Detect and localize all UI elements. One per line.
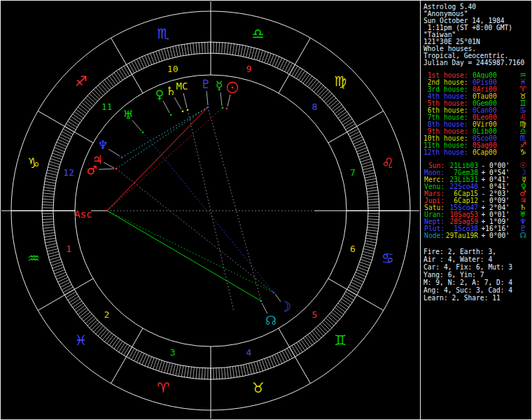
- aspect-asc-pluto: [107, 107, 208, 211]
- astrolog-screen: ♌♍♎♏♐♑♒♓♈♉♊♋789101112123456☽☿♀♂♃♄♅♆♇☊MCA…: [0, 0, 532, 420]
- degree-tick: [362, 164, 372, 167]
- aspect-asc-node: [107, 211, 261, 301]
- degree-tick: [305, 76, 312, 85]
- degree-tick: [282, 351, 287, 360]
- wheel-planet-sun-dot: [232, 87, 234, 89]
- degree-tick: [367, 230, 378, 231]
- degree-tick: [216, 368, 217, 379]
- degree-tick: [328, 316, 336, 324]
- degree-tick: [156, 51, 160, 62]
- degree-tick: [90, 94, 98, 102]
- degree-tick: [71, 299, 80, 305]
- degree-tick: [173, 46, 176, 57]
- degree-tick: [104, 80, 111, 88]
- degree-tick: [80, 310, 88, 317]
- degree-tick: [176, 365, 178, 376]
- degree-tick: [368, 222, 379, 223]
- degree-tick: [43, 196, 54, 197]
- degree-tick: [366, 238, 377, 240]
- wheel-sign-scorpio: ♏: [157, 25, 169, 42]
- degree-tick: [322, 92, 330, 99]
- degree-tick: [335, 107, 344, 114]
- degree-tick: [76, 305, 85, 312]
- degree-tick: [365, 241, 377, 243]
- wheel-dot-pluto: [207, 106, 209, 108]
- degree-tick: [205, 368, 206, 379]
- degree-tick: [50, 260, 61, 263]
- degree-tick: [367, 232, 378, 234]
- wheel-house-number-10: 10: [167, 64, 178, 74]
- degree-tick: [164, 48, 167, 59]
- degree-tick: [94, 90, 102, 98]
- degree-tick: [170, 363, 173, 374]
- totals-line-7: Learn: 2, Share: 11: [424, 294, 532, 302]
- degree-tick: [254, 362, 257, 372]
- degree-tick: [199, 368, 200, 379]
- chart-totals: Fire: 2, Earth: 3,Air : 4, Water: 4Car: …: [424, 248, 532, 302]
- degree-tick: [73, 114, 82, 120]
- degree-tick: [363, 167, 373, 170]
- degree-tick: [50, 257, 60, 260]
- degree-tick: [48, 254, 59, 257]
- degree-tick: [297, 343, 303, 352]
- degree-tick: [50, 162, 60, 165]
- degree-tick: [196, 368, 197, 379]
- degree-tick: [361, 257, 372, 260]
- degree-tick: [222, 368, 223, 379]
- pointer-mercury: [220, 92, 222, 106]
- degree-tick: [63, 129, 73, 134]
- degree-tick: [46, 246, 57, 249]
- planet-row-node: Node:29Tau19R+ 0°00'☊: [424, 232, 532, 239]
- degree-tick: [46, 176, 57, 178]
- degree-tick: [248, 363, 251, 374]
- degree-tick: [330, 314, 338, 321]
- degree-tick: [235, 44, 237, 55]
- degree-tick: [324, 94, 332, 102]
- degree-tick: [45, 181, 56, 183]
- degree-tick: [235, 366, 237, 377]
- degree-tick: [338, 111, 347, 118]
- degree-tick: [159, 50, 162, 61]
- degree-tick: [251, 363, 254, 373]
- degree-tick: [230, 43, 231, 55]
- degree-tick: [360, 159, 371, 162]
- planet-position-list: Sun:21Lib03- 0°00'☉Moon:7Gem38+ 0°54'☽Me…: [424, 162, 532, 239]
- degree-tick: [119, 343, 125, 352]
- degree-tick: [42, 216, 53, 217]
- degree-tick: [338, 303, 347, 309]
- degree-tick: [219, 42, 220, 53]
- degree-tick: [62, 132, 71, 137]
- degree-tick: [361, 162, 372, 165]
- degree-tick: [285, 62, 290, 71]
- degree-tick: [43, 193, 54, 195]
- wheel-house-number-1: 1: [66, 244, 71, 254]
- degree-tick: [159, 360, 162, 371]
- degree-tick: [344, 294, 354, 300]
- degree-tick: [285, 350, 290, 360]
- degree-tick: [368, 225, 379, 225]
- degree-tick: [260, 360, 263, 371]
- degree-tick: [287, 63, 293, 73]
- degree-tick: [308, 335, 315, 344]
- degree-tick: [107, 335, 114, 344]
- degree-tick: [190, 43, 192, 55]
- degree-tick: [326, 318, 335, 326]
- totals-line-3: Car: 4, Fix: 6, Mut: 3: [424, 263, 532, 271]
- wheel-dot-saturn: [182, 111, 183, 112]
- degree-tick: [129, 63, 134, 73]
- degree-tick: [190, 367, 192, 378]
- degree-tick: [100, 83, 107, 92]
- degree-tick: [364, 173, 375, 176]
- degree-tick: [196, 43, 197, 54]
- wheel-sign-cancer: ♋: [382, 250, 394, 267]
- degree-tick: [63, 287, 73, 293]
- degree-tick: [184, 44, 186, 55]
- degree-tick: [92, 92, 99, 99]
- planet-position: 29Tau19R: [444, 232, 478, 239]
- wheel-house-number-3: 3: [170, 347, 176, 358]
- wheel-dot-sun: [226, 108, 227, 109]
- degree-tick: [80, 104, 88, 111]
- degree-tick: [42, 219, 53, 220]
- degree-tick: [193, 43, 195, 54]
- wheel-sign-aries: ♈: [157, 379, 169, 396]
